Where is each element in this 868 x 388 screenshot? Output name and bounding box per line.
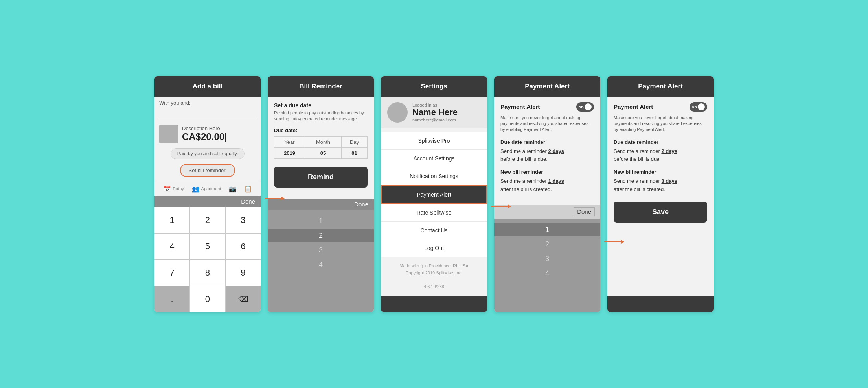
with-you-label: With you and: [154,97,261,107]
arrow-1-to-2 [265,198,284,199]
due-date-section: Due date reminder [500,139,594,145]
key-0[interactable]: 0 [190,286,225,312]
set-reminder-button[interactable]: Set bill reminder. [180,164,235,177]
edit-due-suffix: before the bill is due. [614,156,661,162]
arrow-head-3 [508,204,511,208]
toolbar-apartment-label: Apartment [201,186,221,191]
bottom-bar [607,296,714,312]
picker-1[interactable]: 1 [268,215,374,228]
picker-2[interactable]: 2 [494,238,600,251]
keyboard: 1 2 3 4 5 6 7 8 9 . 0 ⌫ [154,207,261,312]
alert-description: Make sure you never forget about making … [500,115,594,133]
key-4[interactable]: 4 [154,234,189,259]
key-8[interactable]: 8 [190,260,225,286]
bill-row: Description Here CA$20.00| [154,121,261,147]
toolbar-camera[interactable]: 📷 [229,185,237,193]
menu-payment-alert[interactable]: Payment Alert [381,185,487,204]
alert-title: Payment Alert [500,103,540,110]
alert-top-row: Payment Alert on [500,102,594,112]
alert-toggle[interactable]: on [576,102,594,112]
avatar [387,102,408,123]
key-6[interactable]: 6 [226,234,261,259]
edit-new-bill-days[interactable]: 3 days [661,178,677,184]
toolbar-notes[interactable]: 📋 [244,185,252,193]
split-button[interactable]: Paid by you and split equally. [171,148,245,159]
arrow-4-to-5 [604,241,624,242]
notes-icon: 📋 [244,185,252,193]
arrow-line-3 [491,206,511,207]
group-icon: 👥 [192,185,200,193]
key-1[interactable]: 1 [154,207,189,233]
payment-alert-body: Payment Alert on Make sure you never for… [494,97,600,205]
toolbar-today[interactable]: 📅 Today [163,185,184,193]
due-date-reminder-text: Send me a reminder 2 days before the bil… [500,147,594,164]
alert-edit-top-row: Payment Alert on [614,102,707,112]
key-5[interactable]: 5 [190,234,225,259]
screen-bill-reminder: Bill Reminder Set a due date Remind peop… [268,76,374,312]
done-button[interactable]: Done [574,207,595,216]
menu-contact-us[interactable]: Contact Us [381,222,487,239]
key-7[interactable]: 7 [154,260,189,286]
set-due-subtitle: Remind people to pay outstanding balance… [274,110,368,122]
toolbar-apartment[interactable]: 👥 Apartment [192,185,221,193]
menu-rate-splitwise[interactable]: Rate Splitwise [381,204,487,222]
date-table: Year Month Day 2019 05 01 [274,136,368,159]
key-delete[interactable]: ⌫ [226,286,261,312]
remind-button[interactable]: Remind [274,167,368,188]
picker-area: 1 2 3 4 [268,210,374,312]
edit-due-date-section: Due date reminder [614,139,707,145]
new-bill-days[interactable]: 1 days [548,178,564,184]
date-val-day[interactable]: 01 [341,148,367,159]
settings-footer: Made with :) in Providence, RI, USA Copy… [381,258,487,295]
menu-notification-settings[interactable]: Notification Settings [381,167,487,185]
edit-new-bill-section: New bill reminder [614,169,707,175]
screen-payment-alert-edit: Payment Alert Payment Alert on Make sure… [607,76,714,312]
settings-header: Settings [381,76,487,97]
footer-version: 4.6.10/288 [386,283,482,291]
payment-alert-edit-header: Payment Alert [607,76,714,97]
done-bar: Done [268,199,374,210]
new-bill-reminder-text: Send me a reminder 1 days after the bill… [500,177,594,194]
picker-4[interactable]: 4 [268,258,374,271]
set-due-title: Set a due date [274,102,368,108]
done-label[interactable]: Done [241,198,255,205]
date-val-year[interactable]: 2019 [274,148,305,159]
contacts-area[interactable] [159,107,256,118]
bill-reminder-body: Set a due date Remind people to pay outs… [268,97,374,199]
picker-2[interactable]: 2 [268,229,374,242]
edit-due-date-text: Send me a reminder 2 days before the bil… [614,147,707,164]
due-days[interactable]: 2 days [548,148,564,154]
bill-info: Description Here CA$20.00| [182,125,227,142]
screen2-wrapper: Bill Reminder Set a due date Remind peop… [268,76,374,312]
menu-splitwise-pro[interactable]: Splitwise Pro [381,132,487,150]
key-2[interactable]: 2 [190,207,225,233]
picker-3[interactable]: 3 [268,244,374,257]
payment-alert-edit-body: Payment Alert on Make sure you never for… [607,97,714,228]
done-label[interactable]: Done [354,201,368,208]
screen-add-bill: Add a bill With you and: Description Her… [154,76,261,312]
calendar-icon: 📅 [163,185,171,193]
due-prefix: Send me a reminder [500,148,548,154]
edit-new-bill-prefix: Send me a reminder [614,178,661,184]
picker-area: 1 2 3 4 [494,219,600,312]
date-val-month[interactable]: 05 [305,148,342,159]
bill-amount[interactable]: CA$20.00| [182,131,227,142]
key-3[interactable]: 3 [226,207,261,233]
key-9[interactable]: 9 [226,260,261,286]
bill-icon [159,125,178,143]
menu-account-settings[interactable]: Account Settings [381,150,487,167]
footer-line2: Copyright 2019 Splitwise, Inc. [386,270,482,277]
menu-log-out[interactable]: Log Out [381,239,487,257]
screen1-wrapper: Add a bill With you and: Description Her… [154,76,261,312]
picker-4[interactable]: 4 [494,267,600,280]
alert-edit-toggle[interactable]: on [690,102,707,112]
screen5-wrapper: Payment Alert Payment Alert on Make sure… [607,76,714,312]
picker-1[interactable]: 1 [494,223,600,236]
save-button[interactable]: Save [614,202,707,223]
profile-email: namehere@gmail.com [412,118,458,122]
picker-3[interactable]: 3 [494,252,600,265]
edit-due-days[interactable]: 2 days [661,148,677,154]
toggle-knob [585,103,592,110]
arrow-line-4 [604,241,624,242]
key-dot[interactable]: . [154,286,189,312]
